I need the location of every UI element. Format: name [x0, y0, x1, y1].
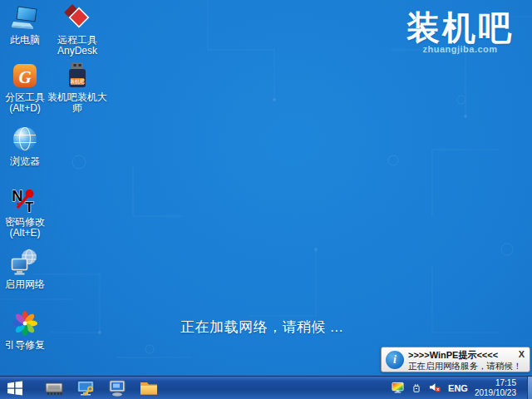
taskbar-explorer-button[interactable]: [133, 377, 165, 399]
desktop-icon-password-reset[interactable]: N T 密码修改 (Alt+E): [0, 186, 50, 239]
svg-text:G: G: [18, 67, 31, 87]
desktop-icon-enable-network[interactable]: 启用网络: [0, 249, 50, 290]
display-color-tray-icon[interactable]: [392, 382, 404, 394]
system-tray: ENG 17:15 2019/10/23: [392, 377, 532, 399]
monitor-wrench-icon: [76, 379, 95, 397]
winpe-toast: i >>>>WinPE提示<<<< X 正在启用网络服务，请稍候！: [381, 347, 530, 372]
desktop-background: 装机吧 zhuangjiba.com 此电脑 远程工具 AnyDesk: [0, 0, 532, 399]
anydesk-icon: [63, 4, 91, 32]
circuit-pattern-decoration: [0, 0, 532, 399]
windows-logo-icon: [7, 380, 23, 397]
info-icon: i: [386, 351, 404, 369]
icon-label: 装机吧装机大师: [43, 92, 111, 114]
taskbar: ENG 17:15 2019/10/23: [0, 376, 532, 399]
nt-password-key-icon: N T: [11, 186, 39, 214]
folder-icon: [139, 380, 159, 397]
language-indicator[interactable]: ENG: [448, 383, 468, 393]
computer-monitor-icon: [108, 379, 126, 397]
taskbar-computer-button[interactable]: [101, 377, 133, 399]
usb-badge-text: 装机吧: [70, 79, 85, 84]
clock-date: 2019/10/23: [475, 388, 516, 398]
network-computer-icon: [11, 249, 39, 277]
desktop-icon-anydesk[interactable]: 远程工具 AnyDesk: [48, 4, 106, 57]
taskbar-pe-tools-button[interactable]: [70, 377, 101, 399]
icon-label: 此电脑: [0, 35, 50, 46]
icon-label: 浏览器: [0, 156, 50, 167]
toast-message: 正在启用网络服务，请稍候！: [408, 361, 522, 372]
icon-label: 启用网络: [0, 279, 50, 290]
desktop-icon-browser[interactable]: 浏览器: [0, 126, 50, 167]
usb-installer-icon: 装机吧: [63, 62, 91, 90]
this-pc-icon: [11, 4, 39, 32]
ram-chip-icon: [44, 380, 64, 397]
desktop-icon-zhuangjiba-installer[interactable]: 装机吧 装机吧装机大师: [43, 62, 111, 114]
svg-text:T: T: [25, 200, 34, 214]
zhuangjiba-logo: 装机吧 zhuangjiba.com: [406, 8, 514, 54]
logo-title: 装机吧: [406, 8, 514, 47]
icon-label-line2: (Alt+E): [0, 228, 50, 239]
taskbar-ramdisk-button[interactable]: [38, 377, 70, 399]
loading-message: 正在加载网络，请稍候 ...: [0, 318, 524, 337]
browser-globe-icon: [11, 126, 39, 154]
icon-label-line2: (Alt+D): [0, 103, 50, 114]
desktop-icon-partition-tool[interactable]: G 分区工具 (Alt+D): [0, 62, 50, 114]
icon-label: 引导修复: [0, 340, 50, 351]
safely-remove-usb-tray-icon[interactable]: [411, 382, 422, 394]
clock[interactable]: 17:15 2019/10/23: [475, 378, 518, 398]
partition-tool-icon: G: [11, 62, 39, 90]
clock-time: 17:15: [475, 378, 516, 388]
desktop-icon-this-pc[interactable]: 此电脑: [0, 4, 50, 46]
volume-muted-tray-icon[interactable]: [429, 382, 441, 394]
toast-title: >>>>WinPE提示<<<<: [408, 349, 498, 362]
show-desktop-button[interactable]: [527, 377, 532, 399]
icon-label-line2: AnyDesk: [48, 46, 106, 57]
toast-close-button[interactable]: X: [519, 349, 525, 359]
start-button[interactable]: [0, 377, 30, 399]
